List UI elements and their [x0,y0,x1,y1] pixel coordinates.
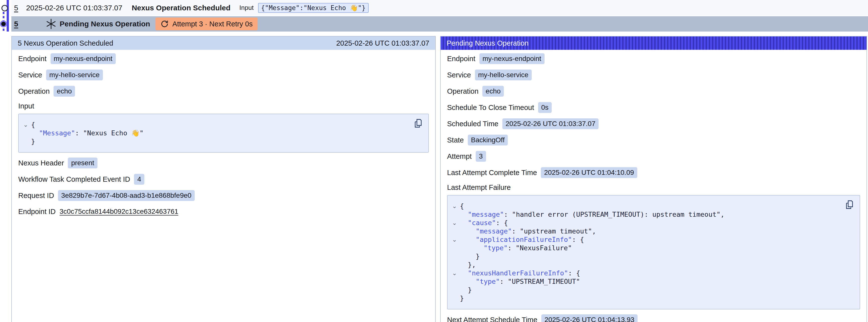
code-line: ⌄{ [460,202,842,210]
field-label: Request ID [18,192,54,200]
failure-block-label: Last Attempt Failure [447,184,860,192]
field-label: Operation [18,87,50,95]
failure-json-block: ⌄{"message": "handler error (UPSTREAM_TI… [447,195,860,310]
timeline-event-marker-icon [1,5,8,11]
input-block-label: Input [18,102,429,110]
event-title: Nexus Operation Scheduled [132,4,230,12]
timeline-active-bar [7,0,9,32]
field-row: Nexus Headerpresent [18,158,429,168]
code-line: "type": "UPSTREAM_TIMEOUT" [460,278,842,286]
event-summary-row[interactable]: 5 2025-02-26 UTC 01:03:37.07 Nexus Opera… [11,0,868,15]
pending-operation-row[interactable]: 5 Pending Nexus Operation Attempt 3 · Ne… [11,16,868,32]
collapse-chevron-icon[interactable]: ⌄ [452,270,457,277]
field-label: Attempt [447,152,472,161]
code-line: ⌄"applicationFailureInfo": { [460,235,842,244]
pending-panel-title: Pending Nexus Operation [446,39,528,47]
scheduled-panel-header: 5 Nexus Operation Scheduled 2025-02-26 U… [12,36,435,50]
input-label: Input [239,4,254,11]
code-line-content: { [31,121,35,128]
code-line: } [31,137,411,146]
pending-fields-bottom: Next Attempt Schedule Time2025-02-26 UTC… [447,314,860,322]
field-value-badge: echo [54,86,75,97]
field-row: Endpoint ID3c0c75ccfa8144b092c13ce632463… [18,206,429,217]
pending-panel-body: Endpointmy-nexus-endpointServicemy-hello… [441,50,867,322]
copy-icon[interactable] [844,199,855,210]
scheduled-panel-body: Endpointmy-nexus-endpointServicemy-hello… [12,50,435,227]
code-line: ⌄"nexusHandlerFailureInfo": { [460,269,842,278]
field-label: Scheduled Time [447,120,498,128]
field-value-link[interactable]: 3c0c75ccfa8144b092c13ce632463761 [60,207,178,216]
field-value-badge: my-nexus-endpoint [51,53,116,64]
field-row: StateBackingOff [447,135,860,146]
input-json-code: ⌄{"Message": "Nexus Echo 👋"} [31,121,411,146]
code-line-content: "type": "UPSTREAM_TIMEOUT" [460,278,580,285]
retry-icon [160,20,169,28]
pending-fields-top: Endpointmy-nexus-endpointServicemy-hello… [447,53,860,178]
code-line: ⌄{ [31,121,411,129]
field-value-badge: 2025-02-26 UTC 01:03:37.07 [502,118,598,129]
code-line: } [460,294,842,302]
code-line-content: "message": "handler error (UPSTREAM_TIME… [460,211,724,218]
code-line-content: { [460,202,464,210]
field-row: Servicemy-hello-service [18,69,429,80]
code-line-content: "type": "NexusFailure" [460,244,572,252]
field-value-badge: 3 [476,151,486,162]
field-row: Request ID3e829b7e-7d67-4b08-aad3-b1e868… [18,190,429,201]
field-label: Service [447,71,471,79]
retry-status-badge: Attempt 3 · Next Retry 0s [155,18,257,30]
code-line: } [460,286,842,294]
field-value-badge: my-hello-service [46,69,103,80]
code-line: }, [460,261,842,269]
field-label: Nexus Header [18,159,64,167]
field-value-badge: 4 [134,174,144,185]
scheduled-fields-top: Endpointmy-nexus-endpointServicemy-hello… [18,53,429,97]
field-value-badge: echo [483,86,504,97]
field-label: Operation [447,87,478,95]
code-line: "type": "NexusFailure" [460,244,842,252]
event-history-screen: 5 2025-02-26 UTC 01:03:37.07 Nexus Opera… [0,0,868,322]
field-label: Service [18,71,42,79]
field-label: Next Attempt Schedule Time [447,316,537,322]
code-line-content: } [31,137,35,145]
field-row: Workflow Task Completed Event ID4 [18,174,429,185]
code-line-content: "cause": { [460,219,508,227]
pending-asterisk-icon [45,18,57,30]
scheduled-panel-title: 5 Nexus Operation Scheduled [18,39,113,47]
field-row: Endpointmy-nexus-endpoint [18,53,429,64]
code-line-content: }, [460,261,476,268]
timeline-pending-marker-icon [1,22,6,26]
scheduled-panel-timestamp: 2025-02-26 UTC 01:03:37.07 [336,39,429,47]
code-line-content: } [460,294,464,302]
pending-panel-header: Pending Nexus Operation [441,36,867,50]
event-id-link[interactable]: 5 [14,4,18,12]
pending-title: Pending Nexus Operation [60,20,150,28]
field-label: Endpoint ID [18,207,56,216]
retry-badge-label: Attempt 3 · Next Retry 0s [172,20,253,28]
field-row: Operationecho [18,86,429,97]
field-label: Workflow Task Completed Event ID [18,175,130,184]
field-label: State [447,136,464,144]
collapse-chevron-icon[interactable]: ⌄ [23,121,28,128]
field-value-badge: 2025-02-26 UTC 01:04:10.09 [541,167,637,178]
collapse-chevron-icon[interactable]: ⌄ [452,203,457,210]
field-value-badge: my-nexus-endpoint [479,53,545,64]
field-row: Last Attempt Complete Time2025-02-26 UTC… [447,167,860,178]
field-row: Attempt3 [447,151,860,162]
collapse-chevron-icon[interactable]: ⌄ [452,236,457,243]
collapse-chevron-icon[interactable]: ⌄ [452,219,457,226]
field-row: Servicemy-hello-service [447,69,860,80]
field-row: Schedule To Close Timeout0s [447,102,860,113]
pending-event-id-link[interactable]: 5 [14,20,18,28]
detail-panels: 5 Nexus Operation Scheduled 2025-02-26 U… [11,36,867,322]
field-value-badge: 0s [538,102,552,113]
field-value-badge: BackingOff [468,135,508,146]
scheduled-event-panel: 5 Nexus Operation Scheduled 2025-02-26 U… [11,36,436,322]
failure-json-code: ⌄{"message": "handler error (UPSTREAM_TI… [460,202,842,302]
code-line: "Message": "Nexus Echo 👋" [31,129,411,137]
copy-icon[interactable] [413,118,424,128]
field-value-badge: my-hello-service [475,69,532,80]
code-line: ⌄"cause": { [460,219,842,227]
input-value-badge: {"Message":"Nexus Echo 👋"} [258,3,369,13]
code-line: "message": "upstream timeout", [460,227,842,235]
field-value-badge: 2025-02-26 UTC 01:04:13.93 [541,314,638,322]
